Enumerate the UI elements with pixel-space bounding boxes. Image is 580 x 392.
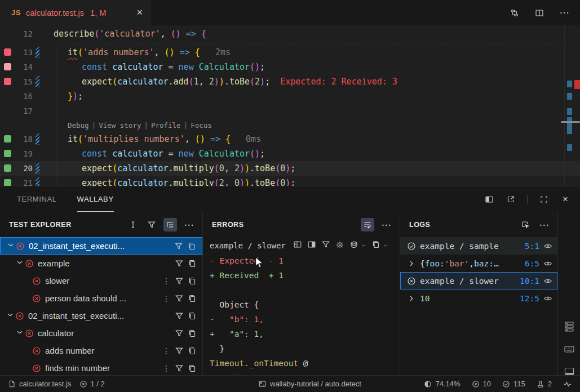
status-item-error-sm[interactable]: 10 — [472, 380, 491, 388]
status-item-contrast[interactable]: 74.14% — [424, 380, 460, 388]
eye-icon[interactable] — [543, 242, 552, 251]
word-wrap-button[interactable] — [361, 218, 374, 231]
status-item-pulse[interactable] — [563, 380, 572, 388]
code-line-16[interactable]: 16}); — [0, 89, 580, 104]
log-entry[interactable]: example / slower10:1 — [400, 272, 557, 289]
code-text[interactable]: const calculator = new Calculator(); — [54, 62, 265, 72]
gutter[interactable]: 20 — [0, 161, 54, 176]
code-text[interactable]: expect(calculator.multiply(2, 0)).toBe(0… — [54, 178, 295, 186]
gutter[interactable]: 19 — [0, 146, 54, 161]
more-button[interactable]: ⋯ — [557, 6, 571, 20]
filter-icon[interactable] — [175, 329, 184, 338]
code-line-17[interactable]: 17 — [0, 104, 580, 118]
copy-icon[interactable] — [188, 259, 197, 268]
compare-button[interactable] — [508, 6, 521, 20]
code-text[interactable]: expect(calculator.add(1, 2)).toBe(2); Ex… — [54, 77, 397, 87]
split-button[interactable] — [533, 6, 546, 20]
filter-icon[interactable] — [175, 277, 184, 286]
more-options-icon[interactable]: ⋮ — [162, 364, 171, 373]
layout-toggle-button[interactable] — [307, 240, 316, 251]
copy-icon[interactable] — [188, 311, 197, 320]
chevron-down-icon[interactable] — [6, 310, 15, 321]
tree-item[interactable]: 02_instant_test_executi... — [0, 237, 202, 255]
open-to-side-button[interactable] — [293, 240, 302, 251]
code-text[interactable]: it('multiplies numbers', () => { 0ms — [54, 134, 261, 144]
code-text[interactable]: expect(calculator.multiply(0, 2)).toBe(0… — [54, 163, 295, 173]
tree-item[interactable]: example — [0, 255, 202, 272]
filter-icon[interactable] — [175, 259, 184, 268]
log-entry[interactable]: example / sample5:1 — [400, 237, 557, 255]
filter-icon[interactable] — [175, 294, 184, 303]
panel-layout-button[interactable] — [482, 193, 496, 206]
tab-wallaby[interactable]: WALLABY — [77, 186, 114, 212]
copilot-button[interactable] — [349, 240, 358, 251]
tree-item[interactable]: finds min number⋮ — [0, 359, 202, 375]
code-line-18[interactable]: 18it('multiplies numbers', () => { 0ms — [0, 132, 580, 146]
filter-icon[interactable] — [175, 311, 184, 320]
chevron-down-icon[interactable] — [15, 328, 25, 338]
chevron-small-button[interactable] — [361, 240, 366, 251]
screen-button[interactable] — [563, 366, 575, 375]
more-button[interactable]: ⋯ — [182, 218, 196, 231]
filter-icon[interactable] — [174, 242, 183, 251]
code-line-15[interactable]: 15expect(calculator.add(1, 2)).toBe(2); … — [0, 74, 580, 89]
code-text[interactable]: it('adds numbers', () => { 2ms — [54, 47, 231, 57]
code-line-14[interactable]: 14const calculator = new Calculator(); — [0, 60, 580, 74]
eye-icon[interactable] — [543, 277, 552, 286]
filter-button[interactable] — [321, 240, 330, 251]
log-entry[interactable]: { foo: 'bar', baz:…6:5 — [400, 255, 557, 272]
status-item-project[interactable]: wallaby-tutorial / auto.detect — [258, 380, 361, 388]
filter-icon[interactable] — [175, 364, 184, 373]
code-line-12[interactable]: 12describe('calculator', () => { — [0, 26, 580, 41]
inspect-button[interactable] — [519, 218, 532, 231]
keyboard-button[interactable] — [563, 343, 575, 358]
open-external-button[interactable] — [504, 193, 517, 206]
more-options-icon[interactable]: ⋮ — [162, 346, 171, 355]
more-options-icon[interactable]: ⋮ — [162, 277, 171, 286]
maximize-button[interactable] — [537, 193, 551, 206]
code-text[interactable]: }); — [54, 91, 83, 101]
code-line-20[interactable]: 20expect(calculator.multiply(0, 2)).toBe… — [0, 161, 580, 176]
more-button[interactable]: ⋯ — [537, 218, 551, 231]
code-line-13[interactable]: 13it('adds numbers', () => { 2ms — [0, 45, 580, 60]
tree-button[interactable] — [163, 218, 177, 231]
tree-item[interactable]: person data should ...⋮ — [0, 289, 202, 307]
tab-terminal[interactable]: TERMINAL — [17, 186, 57, 212]
copy-button[interactable] — [371, 240, 380, 251]
gutter[interactable]: 12 — [0, 26, 54, 41]
breadcrumb[interactable]: example / slower — [210, 241, 286, 250]
code-line-21[interactable]: 21expect(calculator.multiply(2, 0)).toBe… — [0, 176, 580, 186]
bug-button[interactable] — [335, 240, 344, 251]
gutter[interactable]: 15 — [0, 74, 54, 89]
copy-icon[interactable] — [187, 242, 196, 251]
code-line-19[interactable]: 19const calculator = new Calculator(); — [0, 146, 580, 161]
status-item-file[interactable]: calculator.test.js — [8, 380, 72, 388]
tree-item[interactable]: adds number⋮ — [0, 342, 202, 359]
tree-item[interactable]: 02_instant_test_executi... — [0, 307, 202, 324]
chevron-down-icon[interactable] — [15, 258, 25, 269]
close-button[interactable]: × — [559, 193, 572, 206]
log-location[interactable]: 10:1 — [520, 277, 539, 286]
copy-icon[interactable] — [188, 294, 197, 303]
gutter[interactable]: 16 — [0, 89, 54, 104]
codelens-link[interactable]: View story — [99, 121, 141, 130]
status-item-beaker[interactable]: 2 — [537, 380, 552, 388]
tab-calculator-test-js[interactable]: JS calculator.test.js 1, M × — [0, 0, 151, 25]
filter-button[interactable] — [145, 218, 158, 231]
eye-icon[interactable] — [543, 294, 552, 303]
more-button[interactable]: ⋯ — [379, 218, 393, 231]
status-item-check-sm[interactable]: 115 — [502, 380, 525, 388]
status-item-error-sm[interactable]: 1 / 2 — [79, 380, 105, 388]
log-location[interactable]: 12:5 — [520, 294, 539, 303]
eye-icon[interactable] — [543, 259, 552, 268]
gutter[interactable]: 18 — [0, 132, 54, 146]
ibeam-button[interactable] — [126, 218, 140, 231]
gutter[interactable]: 14 — [0, 60, 54, 74]
copy-icon[interactable] — [188, 329, 197, 338]
copy-icon[interactable] — [188, 277, 197, 286]
chevron-small-button[interactable] — [383, 240, 388, 251]
output-rows-button[interactable] — [563, 320, 575, 335]
code-text[interactable]: describe('calculator', () => { — [54, 29, 206, 39]
more-options-icon[interactable]: ⋮ — [162, 294, 171, 303]
codelens-link[interactable]: Profile — [151, 121, 181, 130]
